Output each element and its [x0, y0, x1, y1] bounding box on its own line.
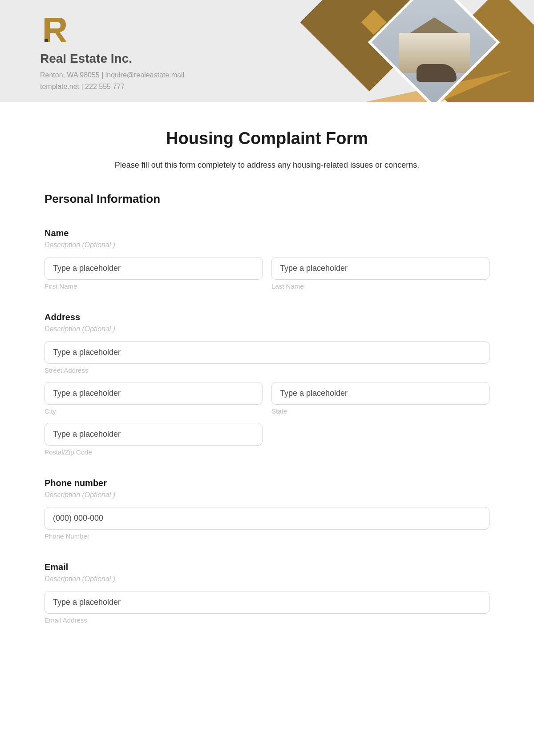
form-title: Housing Complaint Form: [44, 129, 490, 148]
address-label: Address: [44, 312, 490, 322]
first-name-sublabel: First Name: [44, 282, 263, 290]
postal-code-input[interactable]: [44, 423, 263, 446]
name-label: Name: [44, 228, 490, 238]
header-banner: Real Estate Inc. Renton, WA 98055 | inqu…: [0, 0, 534, 102]
postal-code-sublabel: Postal/Zip Code: [44, 448, 263, 456]
city-input[interactable]: [44, 382, 263, 405]
phone-number-input[interactable]: [44, 507, 490, 530]
company-logo-icon: [40, 13, 71, 44]
field-group-email: Email Description (Optional ) Email Addr…: [44, 562, 490, 624]
field-group-address: Address Description (Optional ) Street A…: [44, 312, 490, 456]
email-address-input[interactable]: [44, 591, 490, 614]
section-personal-info: Personal Information: [44, 192, 490, 206]
last-name-input[interactable]: [271, 257, 490, 280]
phone-number-sublabel: Phone Number: [44, 532, 490, 540]
name-description: Description (Optional ): [44, 241, 490, 249]
street-address-sublabel: Street Address: [44, 366, 490, 374]
last-name-sublabel: Last Name: [271, 282, 490, 290]
state-input[interactable]: [271, 382, 490, 405]
phone-description: Description (Optional ): [44, 491, 490, 499]
city-sublabel: City: [44, 407, 263, 415]
form-intro: Please fill out this form completely to …: [44, 161, 490, 170]
field-group-name: Name Description (Optional ) First Name …: [44, 228, 490, 290]
first-name-input[interactable]: [44, 257, 263, 280]
email-address-sublabel: Email Address: [44, 616, 490, 624]
state-sublabel: State: [271, 407, 490, 415]
svg-rect-0: [44, 39, 48, 42]
header-decorative-graphic: [276, 0, 534, 102]
street-address-input[interactable]: [44, 341, 490, 364]
email-label: Email: [44, 562, 490, 572]
form-content: Housing Complaint Form Please fill out t…: [0, 102, 534, 664]
field-group-phone: Phone number Description (Optional ) Pho…: [44, 478, 490, 540]
email-description: Description (Optional ): [44, 575, 490, 583]
phone-label: Phone number: [44, 478, 490, 488]
address-description: Description (Optional ): [44, 325, 490, 333]
